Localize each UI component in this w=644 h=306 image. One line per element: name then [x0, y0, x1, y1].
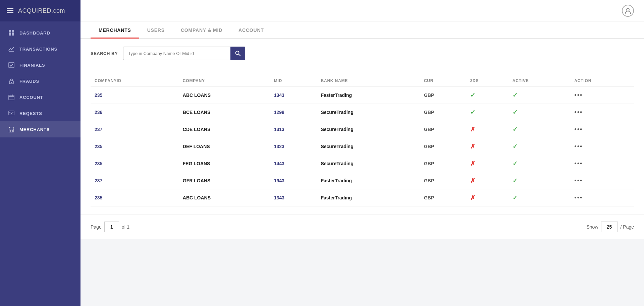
cell-company-id: 235 [91, 155, 179, 172]
cell-3ds: ✓ [466, 87, 508, 104]
cell-mid: 1313 [270, 121, 317, 138]
page-number-input[interactable] [104, 222, 119, 232]
table-row: 235 ABC LOANS 1343 FasterTrading GBP ✗ ✓… [91, 189, 634, 206]
svg-rect-1 [12, 30, 14, 33]
cell-bank-name: SecureTrading [317, 104, 420, 121]
search-button[interactable] [230, 47, 245, 60]
sidebar-item-requests[interactable]: Reqests [0, 105, 80, 121]
cell-active: ✓ [508, 189, 571, 206]
cell-company-id: 237 [91, 121, 179, 138]
tab-bar: Merchants Users Company & Mid Account [80, 21, 644, 39]
svg-rect-0 [9, 30, 11, 33]
sidebar-item-merchants[interactable]: Merchants [0, 121, 80, 137]
sidebar-item-label: Finanials [19, 63, 45, 68]
col-active: Active [508, 75, 571, 87]
cell-bank-name: FasterTrading [317, 87, 420, 104]
cell-action[interactable]: ••• [570, 121, 634, 138]
show-label: Show [586, 224, 598, 230]
sidebar-item-financials[interactable]: Finanials [0, 57, 80, 73]
search-label: SEARCH BY [91, 51, 118, 56]
col-company: Company [179, 75, 270, 87]
cell-action[interactable]: ••• [570, 138, 634, 155]
cell-company: GFR LOANS [179, 172, 270, 189]
col-company-id: CompanyID [91, 75, 179, 87]
cell-active: ✓ [508, 138, 571, 155]
cell-3ds: ✓ [466, 104, 508, 121]
svg-point-7 [11, 82, 12, 83]
page-info: Page of 1 [91, 222, 129, 232]
merchants-table-section: CompanyID Company MID Bank Name Cur 3DS … [80, 67, 644, 215]
cell-bank-name: SecureTrading [317, 155, 420, 172]
cell-cur: GBP [420, 121, 466, 138]
cell-company-id: 235 [91, 138, 179, 155]
cell-company-id: 237 [91, 172, 179, 189]
cell-company: FEG LOANS [179, 155, 270, 172]
search-section: SEARCH BY [80, 39, 644, 67]
chart-icon [8, 46, 15, 52]
per-page-label: / Page [621, 224, 634, 230]
table-row: 236 BCE LOANS 1298 SecureTrading GBP ✓ ✓… [91, 104, 634, 121]
main-content: Merchants Users Company & Mid Account SE… [80, 0, 644, 306]
cell-cur: GBP [420, 189, 466, 206]
show-per-page-input[interactable] [601, 222, 618, 232]
svg-rect-5 [9, 62, 14, 68]
sidebar-item-label: Dashboard [19, 30, 50, 36]
user-avatar[interactable] [622, 5, 634, 17]
show-info: Show / Page [586, 222, 634, 232]
calendar-icon [8, 94, 15, 101]
table-row: 235 ABC LOANS 1343 FasterTrading GBP ✓ ✓… [91, 87, 634, 104]
cell-mid: 1298 [270, 104, 317, 121]
tab-account[interactable]: Account [230, 21, 272, 38]
cell-3ds: ✗ [466, 172, 508, 189]
shop-icon [8, 126, 15, 133]
cell-3ds: ✗ [466, 138, 508, 155]
tab-merchants[interactable]: Merchants [91, 21, 139, 38]
table-row: 237 GFR LOANS 1943 FasterTrading GBP ✗ ✓… [91, 172, 634, 189]
cell-mid: 1343 [270, 189, 317, 206]
tab-company-mid[interactable]: Company & Mid [173, 21, 230, 38]
cell-action[interactable]: ••• [570, 155, 634, 172]
cell-company: CDE LOANS [179, 121, 270, 138]
cell-mid: 1443 [270, 155, 317, 172]
cell-3ds: ✗ [466, 189, 508, 206]
cell-action[interactable]: ••• [570, 172, 634, 189]
cell-company-id: 236 [91, 104, 179, 121]
cell-bank-name: FasterTrading [317, 189, 420, 206]
sidebar-item-frauds[interactable]: Frauds [0, 73, 80, 89]
content-area: Merchants Users Company & Mid Account SE… [80, 21, 644, 306]
sidebar-item-transactions[interactable]: Transactions [0, 41, 80, 57]
sidebar-header: ACQUIRED.com [0, 0, 80, 21]
cell-bank-name: SecureTrading [317, 138, 420, 155]
grid-icon [8, 29, 15, 36]
cell-3ds: ✗ [466, 155, 508, 172]
tab-users[interactable]: Users [139, 21, 173, 38]
col-action: Action [570, 75, 634, 87]
cell-mid: 1343 [270, 87, 317, 104]
cell-cur: GBP [420, 104, 466, 121]
svg-rect-12 [9, 111, 14, 115]
cell-active: ✓ [508, 121, 571, 138]
cell-bank-name: SecureTrading [317, 121, 420, 138]
sidebar-item-label: Merchants [19, 127, 50, 132]
cell-cur: GBP [420, 172, 466, 189]
cell-action[interactable]: ••• [570, 104, 634, 121]
sidebar-nav: Dashboard Transactions Finanials [0, 25, 80, 137]
cell-company: ABC LOANS [179, 189, 270, 206]
topbar [80, 0, 644, 21]
svg-line-17 [239, 54, 240, 56]
search-input[interactable] [123, 47, 230, 60]
cell-company: BCE LOANS [179, 104, 270, 121]
cell-active: ✓ [508, 172, 571, 189]
sidebar-item-label: Account [19, 95, 43, 100]
table-row: 235 DEF LOANS 1323 SecureTrading GBP ✗ ✓… [91, 138, 634, 155]
sidebar-item-dashboard[interactable]: Dashboard [0, 25, 80, 41]
cell-action[interactable]: ••• [570, 189, 634, 206]
cell-company-id: 235 [91, 189, 179, 206]
table-row: 237 CDE LOANS 1313 SecureTrading GBP ✗ ✓… [91, 121, 634, 138]
cell-action[interactable]: ••• [570, 87, 634, 104]
sidebar-item-account[interactable]: Account [0, 89, 80, 105]
svg-rect-2 [9, 33, 11, 36]
hamburger-icon[interactable] [7, 8, 13, 13]
cell-3ds: ✗ [466, 121, 508, 138]
cell-cur: GBP [420, 155, 466, 172]
